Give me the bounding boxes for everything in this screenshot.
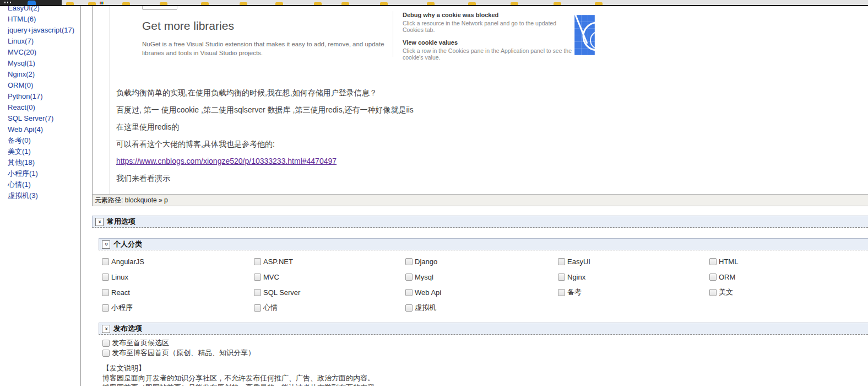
category-option[interactable]: 备考 <box>558 285 709 300</box>
category-option[interactable]: 心情 <box>254 300 405 315</box>
browser-blue-icon <box>28 1 36 5</box>
checkbox[interactable] <box>102 258 109 265</box>
folder-tab-icon <box>468 2 476 5</box>
sidebar-item-beikao[interactable]: 备考(0) <box>0 135 80 146</box>
blog-reference-link[interactable]: https://www.cnblogs.com/xiongze520/p/103… <box>116 157 337 165</box>
checkbox[interactable] <box>102 350 110 357</box>
checkbox[interactable] <box>709 274 717 281</box>
paragraph: 负载均衡简单的实现,在使用负载均衡的时候,我在想,如何存储用户登录信息？ <box>116 88 414 98</box>
paragraph: 在这里使用redis的 <box>116 122 414 132</box>
category-option[interactable]: Django <box>405 254 558 269</box>
category-label: 小程序 <box>111 303 133 313</box>
checkbox[interactable] <box>254 304 261 312</box>
checkbox[interactable] <box>254 289 261 296</box>
sidebar-item-xinqing[interactable]: 心情(1) <box>0 179 80 190</box>
collapse-icon[interactable]: » <box>102 325 110 333</box>
category-label: Nginx <box>567 273 585 281</box>
folder-tab-icon <box>201 2 209 5</box>
sidebar-item-python[interactable]: Python(17) <box>0 91 80 102</box>
sidebar-item-html[interactable]: HTML(6) <box>0 14 80 25</box>
sidebar-item-xiaochengxu[interactable]: 小程序(1) <box>0 168 80 179</box>
nuget-logo-image <box>574 15 595 55</box>
checkbox[interactable] <box>405 258 413 265</box>
checkbox[interactable] <box>558 258 565 265</box>
checkbox[interactable] <box>102 274 109 281</box>
publish-note-line: 博客园是面向开发者的知识分享社区，不允许发布任何推广、广告、政治方面的内容。 <box>102 373 375 383</box>
tip-desc: Click a resource in the Network panel an… <box>403 20 573 33</box>
publish-note-line: 博客园首页（即网站首页）只能发布原创的、高质量的、能让读者从中学到东西的内容。 <box>102 383 382 386</box>
collapse-icon[interactable]: » <box>95 218 104 226</box>
section-title: 个人分类 <box>113 239 142 249</box>
sidebar-item-webapi[interactable]: Web Api(4) <box>0 124 80 135</box>
category-label: Mysql <box>415 273 433 281</box>
tip-desc: Click a row in the Cookies pane in the A… <box>403 47 573 61</box>
checkbox[interactable] <box>102 340 110 347</box>
category-option[interactable]: Web Api <box>405 285 558 300</box>
sidebar-item-mvc[interactable]: MVC(20) <box>0 47 80 58</box>
checkbox[interactable] <box>558 274 565 281</box>
category-label: HTML <box>719 258 738 266</box>
section-common-options[interactable]: » 常用选项 <box>92 216 868 228</box>
checkbox[interactable] <box>405 289 413 296</box>
folder-tab-icon <box>240 2 247 5</box>
checkbox[interactable] <box>709 258 717 265</box>
folder-tab-icon <box>122 2 130 5</box>
rich-text-editor-body[interactable]: Get more libraries NuGet is a free Visua… <box>92 6 868 194</box>
category-option[interactable]: EasyUI <box>558 254 709 269</box>
publish-option-cnblogs-homepage[interactable]: 发布至博客园首页（原创、精品、知识分享） <box>102 348 255 358</box>
category-option[interactable]: Mysql <box>405 269 558 285</box>
checkbox[interactable] <box>558 289 565 296</box>
sidebar-item-sqlserver[interactable]: SQL Server(7) <box>0 113 80 124</box>
category-label: React <box>111 288 130 297</box>
category-option[interactable]: Linux <box>102 269 254 285</box>
section-title: 常用选项 <box>107 217 135 227</box>
folder-tab-icon <box>314 2 322 5</box>
blockquote-left-border <box>110 6 110 194</box>
sidebar-item-qita[interactable]: 其他(18) <box>0 157 80 168</box>
publish-option-homepage-candidate[interactable]: 发布至首页候选区 <box>102 338 169 348</box>
sidebar-item-jquery-javascript[interactable]: jquery+javascript(17) <box>0 25 80 36</box>
collapse-icon[interactable]: » <box>102 240 110 249</box>
checkbox[interactable] <box>102 289 109 296</box>
category-sidebar: EasyUI(2) HTML(6) jquery+javascript(17) … <box>0 6 81 386</box>
folder-tab-icon <box>595 2 603 5</box>
paragraph: 我们来看看演示 <box>116 174 414 183</box>
category-option[interactable]: 美文 <box>709 285 868 300</box>
category-label: Django <box>415 258 437 266</box>
category-option[interactable]: 虚拟机 <box>405 300 558 315</box>
logo-arcs <box>574 15 595 55</box>
folder-tab-icon <box>66 2 74 5</box>
publish-option-label: 发布至首页候选区 <box>112 338 169 348</box>
checkbox[interactable] <box>405 274 413 281</box>
section-personal-categories[interactable]: » 个人分类 <box>99 238 868 250</box>
category-label: EasyUI <box>567 258 590 266</box>
tip-title: Debug why a cookie was blocked <box>403 12 573 18</box>
checkbox[interactable] <box>254 258 261 265</box>
category-option[interactable]: React <box>102 285 254 300</box>
pasted-image-description: NuGet is a free Visual Studio extension … <box>142 40 405 57</box>
checkbox[interactable] <box>405 304 413 312</box>
category-option[interactable]: ORM <box>709 269 868 285</box>
section-publish-options[interactable]: » 发布选项 <box>99 323 868 335</box>
category-option[interactable]: ASP.NET <box>254 254 405 269</box>
sidebar-item-react[interactable]: React(0) <box>0 102 80 113</box>
checkbox[interactable] <box>102 304 109 312</box>
checkbox[interactable] <box>709 289 717 296</box>
folder-tab-icon <box>554 2 561 5</box>
category-option[interactable]: MVC <box>254 269 405 285</box>
category-option[interactable]: 小程序 <box>102 300 254 315</box>
category-option[interactable]: AngularJS <box>102 254 254 269</box>
sidebar-item-meiwen[interactable]: 美文(1) <box>0 146 80 157</box>
sidebar-item-nginx[interactable]: Nginx(2) <box>0 69 80 80</box>
category-option[interactable]: SQL Server <box>254 285 405 300</box>
category-label: ASP.NET <box>263 258 293 266</box>
checkbox[interactable] <box>254 274 261 281</box>
sidebar-item-mysql[interactable]: Mysql(1) <box>0 58 80 69</box>
sidebar-item-linux[interactable]: Linux(7) <box>0 36 80 47</box>
category-label: 备考 <box>567 287 582 297</box>
category-option[interactable]: Nginx <box>558 269 709 285</box>
sidebar-item-orm[interactable]: ORM(0) <box>0 80 80 91</box>
category-option[interactable]: HTML <box>709 254 868 269</box>
blockquote-content: 负载均衡简单的实现,在使用负载均衡的时候,我在想,如何存储用户登录信息？ 百度过… <box>116 88 414 191</box>
sidebar-item-xuniji[interactable]: 虚拟机(3) <box>0 190 80 201</box>
